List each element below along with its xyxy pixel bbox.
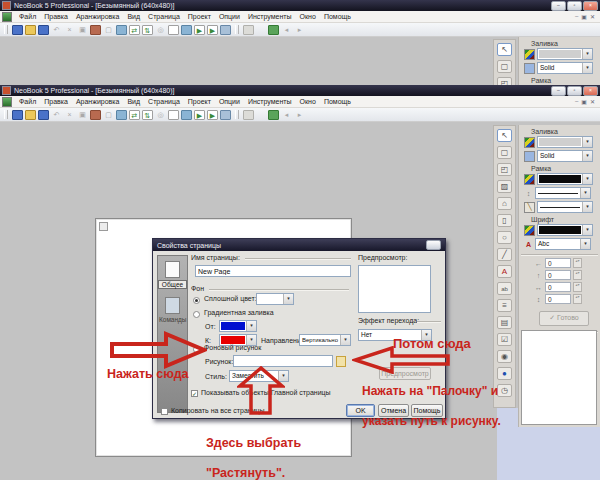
cut-icon[interactable]: × [64,25,75,35]
chevron-down-icon[interactable]: ▾ [582,49,592,59]
chevron-down-icon[interactable]: ▾ [283,294,293,304]
pan-icon[interactable]: ▢ [497,60,512,73]
spinner-icon[interactable]: ▴▾ [573,270,582,280]
menu-help[interactable]: Помощь [320,98,355,105]
move-page-icon[interactable]: ⇅ [142,25,153,35]
folder-icon[interactable] [181,25,192,35]
spinner-icon[interactable]: ▴▾ [573,258,582,268]
menu-page[interactable]: Страница [144,98,184,105]
menu-project[interactable]: Проект [184,98,215,105]
fill-style-select[interactable]: Solid ▾ [537,150,593,162]
checkbox-icon[interactable]: ☑ [497,333,512,346]
save-icon[interactable] [38,25,49,35]
fill-color-select[interactable]: ▾ [537,48,593,60]
help-book-icon[interactable] [268,110,279,120]
minimize-icon[interactable]: – [551,86,566,96]
height-field[interactable]: 0 [545,294,571,304]
run-icon[interactable]: ▶ [194,25,205,35]
menu-arrange[interactable]: Аранжировка [72,98,124,105]
close-icon[interactable]: × [583,1,598,11]
pin-icon[interactable] [243,25,254,35]
copy-page-icon[interactable]: ⇄ [129,110,140,120]
chevron-down-icon[interactable]: ▾ [582,202,592,212]
menu-view[interactable]: Вид [123,13,144,20]
pointer-icon[interactable]: ↖ [497,129,512,142]
mdi-controls[interactable]: –▣✕ [575,13,598,20]
page-list-panel[interactable] [521,330,597,425]
gradient-radio[interactable] [193,311,200,318]
text-icon[interactable]: A [497,265,512,278]
chevron-down-icon[interactable]: ▾ [582,137,592,147]
open-icon[interactable] [25,25,36,35]
menu-tools[interactable]: Инструменты [244,98,296,105]
delete-icon[interactable]: ▢ [103,110,114,120]
width-field[interactable]: 0 [545,282,571,292]
tab-general[interactable]: Общее [158,261,187,289]
copy-page-icon[interactable]: ⇄ [129,25,140,35]
grid-icon[interactable]: ▤ [497,316,512,329]
menu-arrange[interactable]: Аранжировка [72,13,124,20]
menu-project[interactable]: Проект [184,13,215,20]
solid-color-select[interactable]: ▾ [256,293,294,305]
menu-help[interactable]: Помощь [320,13,355,20]
chevron-down-icon[interactable]: ▾ [580,188,590,198]
border-width-select[interactable]: ▾ [535,187,591,199]
menu-file[interactable]: Файл [15,98,40,105]
zoom-icon[interactable]: ◎ [155,110,166,120]
menu-edit[interactable]: Правка [40,98,72,105]
preview-monitor-icon[interactable] [220,110,231,120]
listbox-icon[interactable]: ≡ [497,299,512,312]
page-name-input[interactable] [195,265,351,277]
show-master-checkbox[interactable]: ✓ [191,390,198,397]
next-icon[interactable]: ▸ [294,110,305,120]
tab-commands[interactable]: Команды [158,297,187,323]
solid-color-radio[interactable] [193,297,200,304]
rectangle-icon[interactable]: ▯ [497,214,512,227]
line-icon[interactable]: ╱ [497,248,512,261]
run-icon[interactable]: ▶ [194,110,205,120]
border-style-select[interactable]: ▾ [537,201,593,213]
menu-view[interactable]: Вид [123,98,144,105]
move-page-icon[interactable]: ⇅ [142,110,153,120]
cut-icon[interactable]: × [64,110,75,120]
border-color-select[interactable]: ▾ [537,173,593,185]
pin-icon[interactable] [243,110,254,120]
direction-select[interactable]: Вертикально ▾ [299,334,351,346]
chevron-down-icon[interactable]: ▾ [580,239,590,249]
menu-page[interactable]: Страница [144,13,184,20]
top-position-field[interactable]: 0 [545,270,571,280]
pan-icon[interactable]: ▢ [497,146,512,159]
minimize-icon[interactable]: – [551,1,566,11]
new-icon[interactable] [12,110,23,120]
fill-style-select[interactable]: Solid ▾ [537,62,593,74]
page-icon[interactable]: ◰ [497,163,512,176]
menu-window[interactable]: Окно [296,98,320,105]
menu-options[interactable]: Опции [215,98,244,105]
left-position-field[interactable]: 0 [545,258,571,268]
chevron-down-icon[interactable]: ▾ [340,335,350,345]
undo-icon[interactable]: ↶ [51,110,62,120]
prev-icon[interactable]: ◂ [281,25,292,35]
menu-edit[interactable]: Правка [40,13,72,20]
save-icon[interactable] [38,110,49,120]
next-icon[interactable]: ▸ [294,25,305,35]
dialog-close-icon[interactable] [426,240,441,250]
chevron-down-icon[interactable]: ▾ [582,225,592,235]
undo-icon[interactable]: ↶ [51,25,62,35]
menu-file[interactable]: Файл [15,13,40,20]
new-icon[interactable] [12,25,23,35]
font-select[interactable]: Abc ▾ [535,238,591,250]
preview-monitor-icon[interactable] [220,25,231,35]
radio-icon[interactable]: ◉ [497,350,512,363]
menu-window[interactable]: Окно [296,13,320,20]
copy-icon[interactable]: ▣ [77,25,88,35]
open-icon[interactable] [25,110,36,120]
run-window-icon[interactable]: ▶ [207,25,218,35]
run-window-icon[interactable]: ▶ [207,110,218,120]
spinner-icon[interactable]: ▴▾ [573,294,582,304]
close-icon[interactable]: × [583,86,598,96]
copy-all-checkbox[interactable] [161,408,168,415]
chevron-down-icon[interactable]: ▾ [582,151,592,161]
fill-color-select[interactable]: ▾ [537,136,593,148]
add-page-icon[interactable] [116,25,127,35]
